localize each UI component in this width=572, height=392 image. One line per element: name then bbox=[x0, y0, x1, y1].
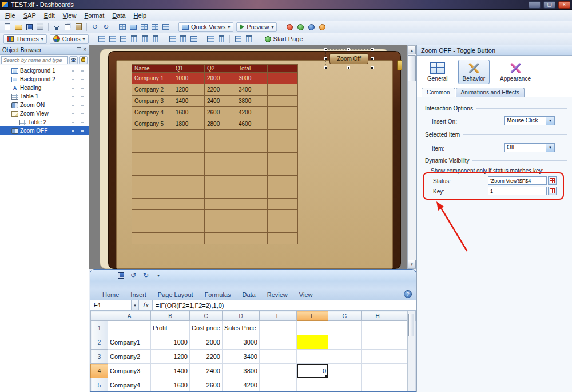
column-header[interactable]: E bbox=[260, 311, 297, 321]
cell[interactable]: Cost price bbox=[190, 321, 223, 335]
selection-handle[interactable] bbox=[347, 48, 350, 51]
visibility-dot[interactable] bbox=[72, 96, 74, 97]
components-icon[interactable] bbox=[117, 22, 128, 32]
row-header[interactable]: 5 bbox=[91, 378, 108, 392]
nav-general[interactable]: General bbox=[423, 60, 452, 84]
cell[interactable] bbox=[328, 364, 362, 378]
translation-icon[interactable] bbox=[306, 22, 316, 32]
align-right-icon[interactable] bbox=[118, 34, 128, 44]
nav-appearance[interactable]: Appearance bbox=[495, 60, 535, 84]
row-header[interactable]: 3 bbox=[91, 350, 108, 364]
align-center-icon[interactable] bbox=[107, 34, 117, 44]
cell[interactable]: 1200 bbox=[151, 350, 190, 364]
cell[interactable] bbox=[297, 350, 328, 364]
selection-handle[interactable] bbox=[371, 48, 374, 51]
preview-button[interactable]: Preview ▾ bbox=[236, 22, 277, 32]
align-bottom-icon[interactable] bbox=[150, 34, 161, 44]
selection-handle[interactable] bbox=[371, 66, 374, 69]
cell[interactable]: 1400 bbox=[151, 364, 190, 378]
maximize-button[interactable]: ▢ bbox=[543, 1, 555, 9]
lock-dot[interactable] bbox=[81, 88, 84, 89]
tree-item-table-1[interactable]: Table 1 bbox=[0, 92, 89, 101]
selection-handle[interactable] bbox=[347, 66, 350, 69]
select-all-corner[interactable] bbox=[91, 311, 108, 321]
item-dropdown[interactable]: Off ▾ bbox=[504, 143, 555, 152]
scroll-down-icon[interactable]: ▼ bbox=[408, 260, 416, 268]
lock-dot[interactable] bbox=[81, 122, 84, 123]
canvas-vertical-scrollbar[interactable]: ▲ ▼ bbox=[407, 45, 416, 269]
cell[interactable] bbox=[297, 378, 328, 392]
column-header[interactable]: D bbox=[223, 311, 260, 321]
selection-handle[interactable] bbox=[371, 57, 374, 60]
column-header[interactable]: B bbox=[151, 311, 190, 321]
cell[interactable]: 2600 bbox=[190, 378, 223, 392]
cell[interactable]: 3000 bbox=[223, 335, 260, 350]
cell[interactable]: Company3 bbox=[108, 364, 151, 378]
lock-dot[interactable] bbox=[81, 79, 84, 80]
same-height-icon[interactable] bbox=[178, 34, 188, 44]
open-icon[interactable] bbox=[13, 22, 23, 32]
active-cell[interactable]: 0 bbox=[297, 364, 328, 378]
cell[interactable]: 2200 bbox=[190, 350, 223, 364]
tab-page-layout[interactable]: Page Layout bbox=[153, 290, 198, 300]
center-horizontal-icon[interactable] bbox=[233, 34, 243, 44]
lock-dot[interactable] bbox=[81, 113, 84, 114]
row-header[interactable]: 1 bbox=[91, 321, 108, 335]
column-header[interactable]: A bbox=[108, 311, 151, 321]
new-icon[interactable] bbox=[2, 22, 13, 32]
tab-animations-effects[interactable]: Animations and Effects bbox=[456, 88, 525, 97]
tab-common[interactable]: Common bbox=[422, 88, 455, 97]
scrollbar-thumb[interactable] bbox=[408, 55, 416, 81]
visibility-dot[interactable] bbox=[72, 113, 74, 114]
cell[interactable] bbox=[362, 364, 394, 378]
cell[interactable]: 1000 bbox=[151, 335, 190, 350]
chevron-down-icon[interactable]: ▾ bbox=[132, 300, 139, 310]
tab-view[interactable]: View bbox=[294, 290, 318, 300]
menu-view[interactable]: View bbox=[59, 11, 81, 20]
dashboard-table[interactable]: Name Q1 Q2 Total Company 1 1000 2000 300… bbox=[132, 64, 298, 244]
cell[interactable] bbox=[260, 335, 297, 350]
menu-data[interactable]: Data bbox=[108, 11, 129, 20]
visibility-dot[interactable] bbox=[72, 70, 74, 72]
same-width-icon[interactable] bbox=[167, 34, 177, 44]
menu-format[interactable]: Format bbox=[80, 11, 108, 20]
cell[interactable] bbox=[328, 350, 362, 364]
cell[interactable]: Company1 bbox=[108, 335, 151, 350]
zoom-off-component[interactable]: Zoom Off bbox=[329, 53, 368, 64]
align-left-icon[interactable] bbox=[96, 34, 106, 44]
cell-highlighted-yellow[interactable] bbox=[297, 335, 328, 350]
visibility-dot[interactable] bbox=[72, 88, 74, 89]
colors-button[interactable]: Colors ▾ bbox=[50, 34, 89, 44]
save-icon[interactable] bbox=[116, 271, 126, 280]
align-top-icon[interactable] bbox=[129, 34, 139, 44]
cell[interactable]: 3800 bbox=[223, 364, 260, 378]
minimize-button[interactable]: – bbox=[529, 1, 541, 9]
cell[interactable]: 2400 bbox=[190, 364, 223, 378]
tree-item-background-1[interactable]: Background 1 bbox=[0, 66, 89, 75]
zoom-in-icon[interactable] bbox=[139, 22, 149, 32]
cut-icon[interactable] bbox=[51, 22, 62, 32]
help-icon[interactable]: ? bbox=[404, 290, 412, 298]
undo-icon[interactable]: ↺ bbox=[90, 22, 100, 32]
space-horizontal-icon[interactable] bbox=[205, 34, 216, 44]
tree-item-table-2[interactable]: Table 2 bbox=[0, 118, 89, 126]
paste-icon[interactable] bbox=[73, 22, 84, 32]
snap-grid-icon[interactable] bbox=[161, 22, 171, 32]
scrollbar-thumb[interactable] bbox=[408, 314, 414, 336]
tree-item-heading[interactable]: AHeading bbox=[0, 84, 89, 92]
cell[interactable] bbox=[362, 335, 394, 350]
lock-dot[interactable] bbox=[81, 130, 84, 132]
cell[interactable] bbox=[362, 321, 394, 335]
scroll-up-icon[interactable]: ▲ bbox=[408, 46, 416, 54]
cell[interactable]: 3400 bbox=[223, 350, 260, 364]
tree-item-zoom-view[interactable]: Zoom View bbox=[0, 109, 89, 118]
copy-icon[interactable] bbox=[62, 22, 73, 32]
zoom-out-icon[interactable] bbox=[150, 22, 160, 32]
column-header[interactable]: G bbox=[328, 311, 362, 321]
lock-dot[interactable] bbox=[81, 96, 84, 97]
save-icon[interactable] bbox=[24, 22, 34, 32]
fx-icon[interactable]: fx bbox=[139, 300, 153, 310]
close-icon[interactable]: × bbox=[83, 47, 86, 53]
menu-edit[interactable]: Edit bbox=[40, 11, 59, 20]
cell[interactable] bbox=[362, 378, 394, 392]
